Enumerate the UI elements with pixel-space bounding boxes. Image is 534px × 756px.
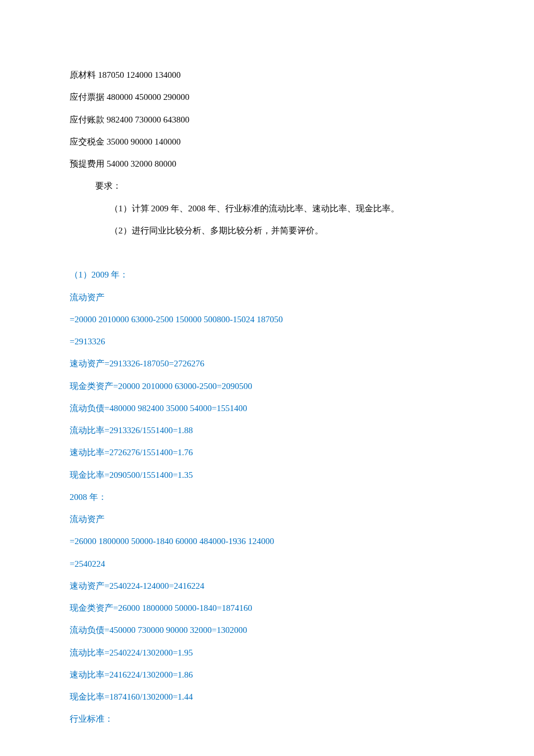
answer-2008-line: 现金类资产=26000 1800000 50000-1840=1874160 <box>70 597 464 619</box>
row-2008: 730000 <box>135 115 161 124</box>
answer-2009-line: 现金类资产=20000 2010000 63000-2500=2090500 <box>70 375 464 397</box>
row-2009: 35000 <box>107 137 129 146</box>
answer-2008-line: =26000 1800000 50000-1840 60000 484000-1… <box>70 530 464 552</box>
row-2008: 124000 <box>127 70 153 80</box>
row-std: 140000 <box>154 137 181 146</box>
answer-2008-line: 速动比率=2416224/1302000=1.86 <box>70 664 464 686</box>
row-std: 290000 <box>163 92 189 102</box>
requirements-label: 要求： <box>70 175 464 197</box>
data-row-raw-materials: 原材料 187050 124000 134000 <box>70 64 464 86</box>
row-2009: 187050 <box>98 70 124 80</box>
row-label: 应付账款 <box>70 115 104 124</box>
answer-2008-line: 流动比率=2540224/1302000=1.95 <box>70 642 464 664</box>
row-label: 应交税金 <box>70 137 104 146</box>
row-2008: 32000 <box>131 159 153 168</box>
answer-2009-line: 速动资产=2913326-187050=2726276 <box>70 352 464 375</box>
data-row-tax-payable: 应交税金 35000 90000 140000 <box>70 131 464 153</box>
data-row-accrued-expenses: 预提费用 54000 32000 80000 <box>70 153 464 175</box>
row-label: 应付票据 <box>70 92 104 102</box>
row-label: 预提费用 <box>70 159 104 168</box>
answer-2009-line: 流动资产 <box>70 286 464 308</box>
row-2008: 450000 <box>135 92 161 102</box>
answer-2009-line: =20000 2010000 63000-2500 150000 500800-… <box>70 308 464 330</box>
row-2008: 90000 <box>131 137 153 146</box>
row-2009: 982400 <box>107 115 133 124</box>
document-page: 原材料 187050 124000 134000 应付票据 480000 450… <box>0 0 534 756</box>
row-label: 原材料 <box>70 70 96 80</box>
requirement-1: （1）计算 2009 年、2008 年、行业标准的流动比率、速动比率、现金比率。 <box>70 197 464 219</box>
answer-2008-line: 流动资产 <box>70 508 464 530</box>
answer-2009-line: 速动比率=2726276/1551400=1.76 <box>70 441 464 463</box>
answer-2008-line: 现金比率=1874160/1302000=1.44 <box>70 686 464 708</box>
row-std: 80000 <box>154 159 176 168</box>
answer-2008-heading: 2008 年： <box>70 486 464 508</box>
answer-2009-line: 流动负债=480000 982400 35000 54000=1551400 <box>70 397 464 419</box>
data-row-accounts-payable: 应付账款 982400 730000 643800 <box>70 109 464 131</box>
answer-2009-line: 流动比率=2913326/1551400=1.88 <box>70 419 464 441</box>
answer-2008-line: 速动资产=2540224-124000=2416224 <box>70 575 464 597</box>
spacer <box>70 242 464 264</box>
row-std: 134000 <box>154 70 181 80</box>
data-row-notes-payable: 应付票据 480000 450000 290000 <box>70 86 464 108</box>
answer-2008-line: 流动负债=450000 730000 90000 32000=1302000 <box>70 619 464 641</box>
answer-2008-line: =2540224 <box>70 553 464 575</box>
requirement-2: （2）进行同业比较分析、多期比较分析，并简要评价。 <box>70 219 464 242</box>
answer-2009-heading: （1）2009 年： <box>70 264 464 286</box>
answer-2009-line: 现金比率=2090500/1551400=1.35 <box>70 464 464 486</box>
row-2009: 480000 <box>107 92 133 102</box>
answer-2009-line: =2913326 <box>70 330 464 352</box>
answer-std-heading: 行业标准： <box>70 708 464 730</box>
row-2009: 54000 <box>107 159 129 168</box>
row-std: 643800 <box>163 115 189 124</box>
